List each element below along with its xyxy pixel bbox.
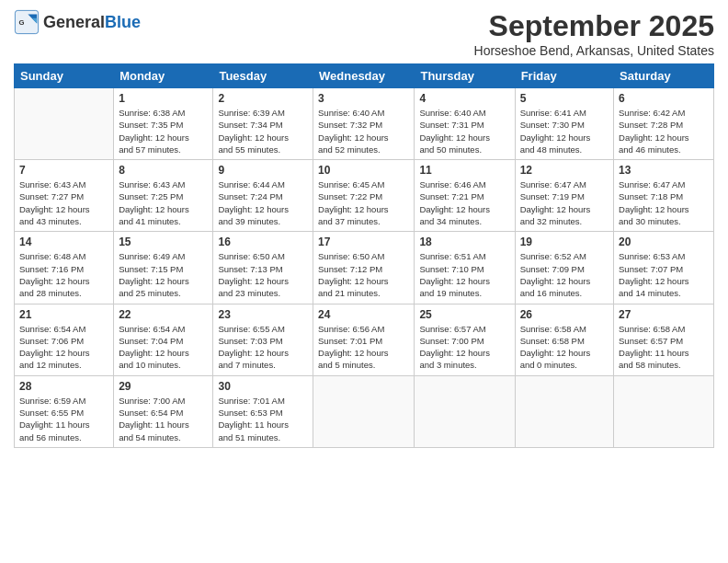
day-detail: Sunrise: 6:41 AM Sunset: 7:30 PM Dayligh… xyxy=(520,107,609,155)
calendar-cell xyxy=(313,375,415,447)
calendar-cell: 28Sunrise: 6:59 AM Sunset: 6:55 PM Dayli… xyxy=(15,375,114,447)
col-monday: Monday xyxy=(114,64,213,88)
calendar-header-row: Sunday Monday Tuesday Wednesday Thursday… xyxy=(15,64,714,88)
title-block: September 2025 Horseshoe Bend, Arkansas,… xyxy=(474,9,714,58)
day-number: 8 xyxy=(119,164,208,177)
calendar-cell: 6Sunrise: 6:42 AM Sunset: 7:28 PM Daylig… xyxy=(614,88,714,160)
logo-text: GeneralBlue xyxy=(43,13,141,32)
day-number: 26 xyxy=(520,308,609,321)
day-number: 18 xyxy=(419,236,509,248)
calendar-cell: 2Sunrise: 6:39 AM Sunset: 7:34 PM Daylig… xyxy=(213,88,313,160)
day-detail: Sunrise: 7:01 AM Sunset: 6:53 PM Dayligh… xyxy=(218,395,308,443)
calendar-cell: 20Sunrise: 6:53 AM Sunset: 7:07 PM Dayli… xyxy=(614,232,714,304)
day-detail: Sunrise: 6:57 AM Sunset: 7:00 PM Dayligh… xyxy=(419,323,509,372)
calendar-cell: 22Sunrise: 6:54 AM Sunset: 7:04 PM Dayli… xyxy=(114,304,213,375)
day-number: 2 xyxy=(218,92,308,105)
logo: G GeneralBlue xyxy=(14,9,141,35)
day-number: 13 xyxy=(619,164,709,177)
day-number: 6 xyxy=(619,92,709,105)
calendar-cell xyxy=(415,375,515,447)
calendar-week-row: 28Sunrise: 6:59 AM Sunset: 6:55 PM Dayli… xyxy=(15,375,714,447)
calendar-cell: 3Sunrise: 6:40 AM Sunset: 7:32 PM Daylig… xyxy=(313,88,415,160)
col-saturday: Saturday xyxy=(614,64,714,88)
day-detail: Sunrise: 6:46 AM Sunset: 7:21 PM Dayligh… xyxy=(419,178,509,227)
day-number: 3 xyxy=(318,92,409,105)
day-number: 15 xyxy=(119,236,208,248)
day-number: 25 xyxy=(419,308,509,321)
day-detail: Sunrise: 6:40 AM Sunset: 7:31 PM Dayligh… xyxy=(419,107,509,155)
day-detail: Sunrise: 6:59 AM Sunset: 6:55 PM Dayligh… xyxy=(19,395,108,443)
day-number: 29 xyxy=(119,380,208,393)
logo-icon: G xyxy=(14,9,40,35)
calendar-cell: 16Sunrise: 6:50 AM Sunset: 7:13 PM Dayli… xyxy=(213,232,313,304)
calendar: Sunday Monday Tuesday Wednesday Thursday… xyxy=(14,63,714,448)
calendar-cell: 14Sunrise: 6:48 AM Sunset: 7:16 PM Dayli… xyxy=(15,232,114,304)
day-detail: Sunrise: 6:44 AM Sunset: 7:24 PM Dayligh… xyxy=(218,178,308,227)
day-number: 9 xyxy=(218,164,308,177)
calendar-cell: 29Sunrise: 7:00 AM Sunset: 6:54 PM Dayli… xyxy=(114,375,213,447)
calendar-cell: 5Sunrise: 6:41 AM Sunset: 7:30 PM Daylig… xyxy=(515,88,613,160)
day-detail: Sunrise: 6:54 AM Sunset: 7:06 PM Dayligh… xyxy=(19,323,108,372)
day-detail: Sunrise: 6:47 AM Sunset: 7:19 PM Dayligh… xyxy=(520,178,609,227)
day-detail: Sunrise: 6:48 AM Sunset: 7:16 PM Dayligh… xyxy=(19,250,108,299)
day-number: 19 xyxy=(520,236,609,248)
day-detail: Sunrise: 6:58 AM Sunset: 6:58 PM Dayligh… xyxy=(520,323,609,372)
day-number: 28 xyxy=(19,380,108,393)
day-number: 30 xyxy=(218,380,308,393)
col-sunday: Sunday xyxy=(15,64,114,88)
day-detail: Sunrise: 6:38 AM Sunset: 7:35 PM Dayligh… xyxy=(119,107,208,155)
calendar-cell: 26Sunrise: 6:58 AM Sunset: 6:58 PM Dayli… xyxy=(515,304,613,375)
day-detail: Sunrise: 6:53 AM Sunset: 7:07 PM Dayligh… xyxy=(619,250,709,299)
day-number: 5 xyxy=(520,92,609,105)
page-container: G GeneralBlue September 2025 Horseshoe B… xyxy=(0,0,728,457)
calendar-cell xyxy=(614,375,714,447)
calendar-cell: 23Sunrise: 6:55 AM Sunset: 7:03 PM Dayli… xyxy=(213,304,313,375)
col-wednesday: Wednesday xyxy=(313,64,415,88)
day-number: 12 xyxy=(520,164,609,177)
calendar-week-row: 1Sunrise: 6:38 AM Sunset: 7:35 PM Daylig… xyxy=(15,88,714,160)
day-number: 27 xyxy=(619,308,709,321)
day-detail: Sunrise: 6:42 AM Sunset: 7:28 PM Dayligh… xyxy=(619,107,709,155)
day-detail: Sunrise: 6:43 AM Sunset: 7:27 PM Dayligh… xyxy=(19,178,108,227)
day-number: 10 xyxy=(318,164,409,177)
day-detail: Sunrise: 6:40 AM Sunset: 7:32 PM Dayligh… xyxy=(318,107,409,155)
calendar-cell: 15Sunrise: 6:49 AM Sunset: 7:15 PM Dayli… xyxy=(114,232,213,304)
col-tuesday: Tuesday xyxy=(213,64,313,88)
day-detail: Sunrise: 6:51 AM Sunset: 7:10 PM Dayligh… xyxy=(419,250,509,299)
day-detail: Sunrise: 6:54 AM Sunset: 7:04 PM Dayligh… xyxy=(119,323,208,372)
day-number: 7 xyxy=(19,164,108,177)
calendar-cell: 19Sunrise: 6:52 AM Sunset: 7:09 PM Dayli… xyxy=(515,232,613,304)
day-number: 14 xyxy=(19,236,108,248)
day-detail: Sunrise: 7:00 AM Sunset: 6:54 PM Dayligh… xyxy=(119,395,208,443)
day-detail: Sunrise: 6:45 AM Sunset: 7:22 PM Dayligh… xyxy=(318,178,409,227)
calendar-cell: 1Sunrise: 6:38 AM Sunset: 7:35 PM Daylig… xyxy=(114,88,213,160)
logo-blue: Blue xyxy=(105,13,141,31)
calendar-cell: 8Sunrise: 6:43 AM Sunset: 7:25 PM Daylig… xyxy=(114,160,213,232)
day-detail: Sunrise: 6:50 AM Sunset: 7:13 PM Dayligh… xyxy=(218,250,308,299)
calendar-cell: 4Sunrise: 6:40 AM Sunset: 7:31 PM Daylig… xyxy=(415,88,515,160)
calendar-week-row: 7Sunrise: 6:43 AM Sunset: 7:27 PM Daylig… xyxy=(15,160,714,232)
col-thursday: Thursday xyxy=(415,64,515,88)
calendar-cell: 21Sunrise: 6:54 AM Sunset: 7:06 PM Dayli… xyxy=(15,304,114,375)
calendar-cell: 13Sunrise: 6:47 AM Sunset: 7:18 PM Dayli… xyxy=(614,160,714,232)
calendar-cell: 17Sunrise: 6:50 AM Sunset: 7:12 PM Dayli… xyxy=(313,232,415,304)
day-number: 21 xyxy=(19,308,108,321)
day-detail: Sunrise: 6:55 AM Sunset: 7:03 PM Dayligh… xyxy=(218,323,308,372)
day-detail: Sunrise: 6:56 AM Sunset: 7:01 PM Dayligh… xyxy=(318,323,409,372)
day-number: 11 xyxy=(419,164,509,177)
day-number: 23 xyxy=(218,308,308,321)
header: G GeneralBlue September 2025 Horseshoe B… xyxy=(14,9,714,58)
location-title: Horseshoe Bend, Arkansas, United States xyxy=(474,43,714,58)
month-title: September 2025 xyxy=(474,9,714,43)
calendar-cell: 12Sunrise: 6:47 AM Sunset: 7:19 PM Dayli… xyxy=(515,160,613,232)
day-number: 22 xyxy=(119,308,208,321)
calendar-cell: 30Sunrise: 7:01 AM Sunset: 6:53 PM Dayli… xyxy=(213,375,313,447)
day-number: 4 xyxy=(419,92,509,105)
logo-general: General xyxy=(43,13,105,31)
calendar-cell: 24Sunrise: 6:56 AM Sunset: 7:01 PM Dayli… xyxy=(313,304,415,375)
day-detail: Sunrise: 6:39 AM Sunset: 7:34 PM Dayligh… xyxy=(218,107,308,155)
calendar-cell xyxy=(515,375,613,447)
day-number: 1 xyxy=(119,92,208,105)
day-detail: Sunrise: 6:43 AM Sunset: 7:25 PM Dayligh… xyxy=(119,178,208,227)
day-detail: Sunrise: 6:49 AM Sunset: 7:15 PM Dayligh… xyxy=(119,250,208,299)
